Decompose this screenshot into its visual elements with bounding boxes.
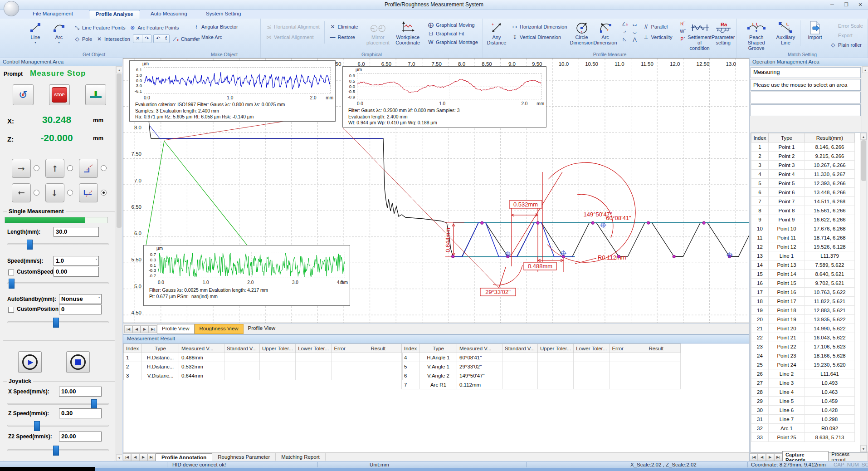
- table-row[interactable]: 3V.Distanc...0.644mm: [124, 371, 403, 380]
- custom-position-input[interactable]: 0: [59, 304, 102, 314]
- import-button[interactable]: Import: [804, 20, 826, 41]
- jog-left-radio[interactable]: [34, 190, 39, 196]
- custom-speed-checkbox[interactable]: [8, 270, 14, 275]
- undo-arc-icon[interactable]: ↶: [154, 35, 163, 43]
- header-cell[interactable]: Error: [332, 344, 368, 353]
- table-row[interactable]: 28Line 4L0.463: [751, 388, 855, 397]
- start-measure-button[interactable]: ▶: [18, 351, 42, 373]
- next-page-icon[interactable]: ▶: [139, 453, 147, 461]
- w-param-icon[interactable]: Wˇ: [679, 28, 687, 35]
- roughness-inset[interactable]: µm 6.13.00.0-3.0-6.1 0.01.02.0 mm Evalua…: [129, 60, 336, 122]
- redo-arc-icon[interactable]: ↷: [142, 35, 151, 43]
- custom-position-slider[interactable]: [7, 321, 109, 323]
- table-row[interactable]: 12Point 1219.526, 6.128: [751, 242, 855, 251]
- length-input[interactable]: 30.0: [54, 227, 99, 237]
- table-row[interactable]: 22Point 2116.043, 5.622: [751, 333, 855, 342]
- parallel-button[interactable]: //Parallel: [641, 22, 674, 31]
- measure-point[interactable]: [451, 255, 454, 258]
- measure-point[interactable]: [702, 221, 705, 224]
- table-row[interactable]: 8Point 815.561, 6.266: [751, 206, 855, 215]
- header-cell[interactable]: Lower Toler...: [574, 344, 610, 353]
- header-cell[interactable]: Measured V...: [457, 344, 502, 353]
- angle-tool-2-icon[interactable]: ⍻: [621, 28, 629, 35]
- table-row[interactable]: 30Line 6L0.428: [751, 406, 855, 415]
- header-cell[interactable]: Index: [402, 344, 420, 353]
- prev-page-icon[interactable]: ◀: [131, 453, 139, 461]
- speed-select[interactable]: 1.0ˇ: [54, 256, 99, 266]
- header-cell[interactable]: Standard V...: [224, 344, 260, 353]
- scrollbar-thumb[interactable]: [117, 74, 122, 228]
- header-cell[interactable]: Result: [368, 344, 403, 353]
- header-cell[interactable]: Type: [769, 133, 805, 142]
- tab-file-management[interactable]: File Management: [26, 10, 79, 19]
- custom-speed-slider[interactable]: [7, 282, 109, 284]
- header-cell[interactable]: Error: [610, 344, 646, 353]
- header-cell[interactable]: Type: [420, 344, 457, 353]
- reset-counter-button[interactable]: ↺ 0: [13, 84, 34, 105]
- table-row[interactable]: 21Point 2014.990, 5.622: [751, 324, 855, 333]
- custom-speed-input[interactable]: 0.00: [54, 267, 99, 277]
- p-param-icon[interactable]: Pˇ: [679, 36, 687, 43]
- scroll-up-icon[interactable]: ▲: [860, 133, 867, 140]
- table-row[interactable]: 10Point 1017.676, 6.268: [751, 224, 855, 233]
- eliminate-button[interactable]: ✕Eliminate: [327, 22, 360, 31]
- joystick-z-slider-thumb[interactable]: [34, 421, 40, 431]
- table-row[interactable]: 2H.Distanc...0.532mm: [124, 362, 403, 371]
- last-page-icon[interactable]: ▶|: [147, 453, 156, 461]
- scrollbar-thumb[interactable]: [861, 140, 866, 181]
- header-cell[interactable]: Upper Toler...: [260, 344, 296, 353]
- custom-position-slider-thumb[interactable]: [53, 318, 59, 328]
- table-row[interactable]: 17Point 1610.763, 5.622: [751, 288, 855, 297]
- line-feature-points-button[interactable]: ⤡Line Feature Points: [72, 23, 127, 32]
- arc-button[interactable]: Arc▾: [48, 20, 70, 46]
- plain-roller-button[interactable]: ◇Plain roller: [828, 40, 865, 49]
- jog-up-radio[interactable]: [67, 165, 73, 171]
- joystick-z2-speed-input[interactable]: 20.00: [59, 432, 102, 442]
- primary-profile-inset[interactable]: µm 0.70.30.1-0.3-0.7 0.01.02.03.04.0 mm …: [143, 245, 350, 306]
- table-row[interactable]: 16Point 159.702, 5.621: [751, 279, 855, 288]
- r-param-icon[interactable]: Rˇ: [679, 20, 687, 28]
- prev-page-icon[interactable]: ◀: [758, 453, 766, 461]
- tab-profile-view-2[interactable]: Profile View: [244, 324, 281, 334]
- table-row[interactable]: 23Point 2217.106, 5.623: [751, 342, 855, 351]
- peach-shaped-groove-button[interactable]: L L Peach Shaped Groove: [739, 20, 773, 52]
- table-row[interactable]: 14Point 137.589, 5.622: [751, 260, 855, 270]
- table-scrollbar[interactable]: ▲ ▼: [860, 133, 867, 452]
- table-row[interactable]: 24Point 2318.166, 5.628: [751, 351, 855, 360]
- path-mode-1-button[interactable]: [79, 159, 98, 178]
- table-row[interactable]: 9Point 916.622, 6.266: [751, 215, 855, 224]
- measure-point[interactable]: [647, 221, 649, 224]
- first-page-icon[interactable]: |◀: [750, 453, 758, 461]
- table-row[interactable]: 13Line 1L11.379: [751, 251, 855, 260]
- path-mode-1-radio[interactable]: [101, 165, 107, 171]
- length-slider[interactable]: [7, 243, 109, 245]
- right-panel-scrollbar[interactable]: ▲: [862, 66, 868, 139]
- path-mode-2-button[interactable]: [79, 183, 98, 202]
- restore-button[interactable]: —Restore: [327, 33, 360, 41]
- header-cell[interactable]: Index: [751, 133, 769, 142]
- header-cell[interactable]: Lower Toler...: [296, 344, 332, 353]
- first-page-icon[interactable]: |◀: [123, 453, 131, 461]
- path-mode-2-radio[interactable]: [101, 190, 107, 196]
- tab-profile-annotation[interactable]: Profile Annotation: [156, 453, 212, 461]
- header-cell[interactable]: Type: [142, 344, 179, 353]
- jog-right-radio[interactable]: [34, 165, 39, 171]
- header-cell[interactable]: Standard V...: [502, 344, 538, 353]
- table-row[interactable]: 5Point 512.393, 6.266: [751, 179, 855, 188]
- last-page-icon[interactable]: ▶|: [774, 453, 782, 461]
- angle-tool-1-icon[interactable]: ∠a: [621, 20, 629, 28]
- angle-tool-3-icon[interactable]: ◺: [621, 36, 629, 43]
- table-row[interactable]: 18Point 1711.822, 5.621: [751, 297, 855, 306]
- table-row[interactable]: 7Arc R10.112mm: [402, 380, 681, 389]
- header-cell[interactable]: Measured V...: [179, 344, 224, 353]
- autostandby-select[interactable]: Nonuseˇ: [59, 294, 102, 304]
- scroll-up-icon[interactable]: ▲: [862, 66, 868, 73]
- table-row[interactable]: 1H.Distanc...0.488mm: [124, 353, 403, 362]
- table-row[interactable]: 4Point 411.330, 6.267: [751, 170, 855, 179]
- stop-measure-button[interactable]: STOP: [49, 84, 70, 105]
- measure-point[interactable]: [536, 221, 539, 224]
- next-page-icon[interactable]: ▶: [141, 325, 149, 333]
- length-slider-thumb[interactable]: [27, 240, 33, 250]
- scroll-down-icon[interactable]: ▼: [116, 454, 122, 461]
- jog-right-button[interactable]: ➞: [12, 159, 31, 178]
